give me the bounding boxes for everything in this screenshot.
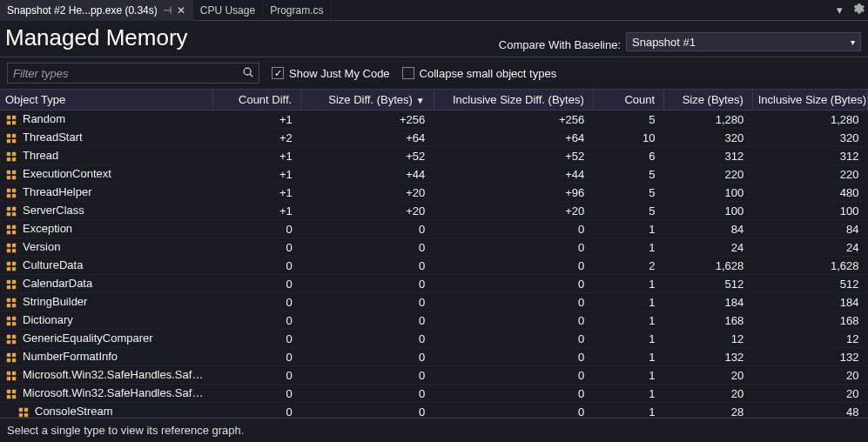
svg-rect-12	[7, 157, 10, 161]
cell-sizeDiff: 0	[301, 311, 434, 330]
type-name-label: Microsoft.Win32.SafeHandles.SafeVie...	[23, 368, 212, 381]
tab-label: Snapshot #2 He...pp.exe (0.34s)	[7, 4, 158, 17]
cell-countDiff: 0	[212, 293, 301, 311]
cell-count: 1	[593, 385, 663, 403]
cell-incSize: 48	[752, 403, 867, 419]
column-header-name[interactable]: Object Type	[0, 90, 212, 110]
table-row[interactable]: CalendarData0001512512	[0, 275, 868, 293]
tab-0[interactable]: Snapshot #2 He...pp.exe (0.34s)⊣✕	[0, 0, 193, 21]
cell-countDiff: 0	[212, 348, 301, 366]
cell-countDiff: +1	[212, 184, 301, 202]
svg-rect-24	[7, 212, 10, 216]
type-name-cell: CultureData	[0, 257, 212, 275]
svg-rect-64	[7, 395, 10, 398]
column-header-incSize[interactable]: Inclusive Size (Bytes)	[752, 90, 867, 110]
column-header-size[interactable]: Size (Bytes)	[664, 90, 753, 110]
svg-rect-55	[12, 353, 16, 357]
svg-rect-19	[12, 189, 16, 192]
type-icon	[5, 315, 19, 327]
tab-2[interactable]: Program.cs	[263, 0, 331, 21]
table-row[interactable]: ExecutionContext+1+44+445220220	[0, 165, 868, 184]
tab-label: CPU Usage	[200, 4, 255, 17]
svg-rect-25	[12, 212, 16, 216]
svg-rect-30	[7, 244, 10, 247]
svg-rect-13	[12, 157, 16, 161]
type-name-label: ThreadStart	[23, 131, 83, 144]
cell-count: 1	[593, 293, 663, 311]
cell-count: 1	[593, 366, 663, 385]
table-row[interactable]: ConsoleStream00012848	[0, 403, 868, 419]
cell-sizeDiff: 0	[301, 366, 434, 385]
svg-rect-39	[12, 280, 16, 284]
table-row[interactable]: GenericEqualityComparer00011212	[0, 330, 868, 348]
close-icon[interactable]: ✕	[177, 4, 185, 17]
table-row[interactable]: Random+1+256+25651,2801,280	[0, 110, 868, 129]
table-row[interactable]: ThreadHelper+1+20+965100480	[0, 184, 868, 202]
column-header-countDiff[interactable]: Count Diff.	[212, 90, 301, 110]
svg-rect-47	[12, 317, 16, 320]
cell-incSizeDiff: 0	[434, 257, 593, 275]
svg-rect-20	[7, 194, 10, 198]
table-row[interactable]: ThreadStart+2+64+6410320320	[0, 129, 868, 147]
cell-incSizeDiff: 0	[434, 366, 593, 385]
cell-sizeDiff: +64	[301, 129, 434, 147]
table-row[interactable]: Thread+1+52+526312312	[0, 147, 868, 165]
cell-count: 5	[593, 165, 663, 184]
gear-icon[interactable]	[849, 3, 868, 17]
table-row[interactable]: StringBuilder0001184184	[0, 293, 868, 311]
cell-incSizeDiff: 0	[434, 330, 593, 348]
window-dropdown-icon[interactable]: ▾	[830, 3, 849, 17]
svg-rect-54	[7, 353, 10, 357]
svg-rect-67	[24, 408, 28, 412]
table-row[interactable]: ServerClass+1+20+205100100	[0, 202, 868, 220]
search-icon[interactable]	[238, 66, 259, 81]
type-name-cell: NumberFormatInfo	[0, 348, 212, 366]
column-header-incSizeDiff[interactable]: Inclusive Size Diff. (Bytes)	[434, 90, 593, 110]
pin-icon[interactable]: ⊣	[163, 4, 172, 17]
type-name-cell: ConsoleStream	[0, 403, 212, 419]
type-name-cell: ServerClass	[0, 202, 212, 220]
table-row[interactable]: Dictionary0001168168	[0, 311, 868, 330]
cell-countDiff: +2	[212, 129, 301, 147]
svg-rect-38	[7, 280, 10, 284]
type-icon	[5, 169, 19, 181]
cell-incSize: 1,628	[752, 257, 867, 275]
table-row[interactable]: Microsoft.Win32.SafeHandles.SafeVie...00…	[0, 366, 868, 385]
column-header-sizeDiff[interactable]: Size Diff. (Bytes)▼	[301, 90, 434, 110]
type-icon	[5, 333, 19, 345]
cell-countDiff: 0	[212, 257, 301, 275]
cell-incSize: 512	[752, 275, 867, 293]
cell-incSizeDiff: +20	[434, 202, 593, 220]
cell-size: 168	[664, 311, 753, 330]
cell-countDiff: 0	[212, 403, 301, 419]
compare-baseline-select[interactable]: Snapshot #1 ▾	[626, 32, 861, 51]
cell-count: 1	[593, 311, 663, 330]
cell-size: 312	[664, 147, 753, 165]
table-row[interactable]: Exception00018484	[0, 220, 868, 238]
tab-1[interactable]: CPU Usage	[193, 0, 263, 21]
show-just-my-code-label: Show Just My Code	[289, 67, 390, 80]
table-row[interactable]: NumberFormatInfo0001132132	[0, 348, 868, 366]
show-just-my-code-checkbox[interactable]: Show Just My Code	[272, 67, 390, 80]
svg-rect-51	[12, 335, 16, 338]
column-header-count[interactable]: Count	[593, 90, 663, 110]
cell-incSize: 184	[752, 293, 867, 311]
cell-sizeDiff: 0	[301, 275, 434, 293]
types-grid[interactable]: Object TypeCount Diff.Size Diff. (Bytes)…	[0, 90, 868, 418]
table-row[interactable]: Microsoft.Win32.SafeHandles.SafeFile...0…	[0, 385, 868, 403]
status-bar: Select a single type to view its referen…	[0, 418, 868, 442]
svg-rect-63	[12, 390, 16, 393]
cell-size: 28	[664, 403, 753, 419]
cell-count: 5	[593, 202, 663, 220]
svg-rect-10	[7, 152, 10, 156]
cell-incSizeDiff: 0	[434, 220, 593, 238]
table-row[interactable]: CultureData00021,6281,628	[0, 257, 868, 275]
table-row[interactable]: Version00012424	[0, 238, 868, 257]
collapse-small-checkbox[interactable]: Collapse small object types	[402, 67, 557, 80]
cell-countDiff: 0	[212, 220, 301, 238]
filter-input-container	[7, 63, 259, 84]
filter-input[interactable]	[8, 67, 238, 80]
cell-sizeDiff: +20	[301, 202, 434, 220]
cell-count: 1	[593, 275, 663, 293]
svg-rect-22	[7, 207, 10, 211]
